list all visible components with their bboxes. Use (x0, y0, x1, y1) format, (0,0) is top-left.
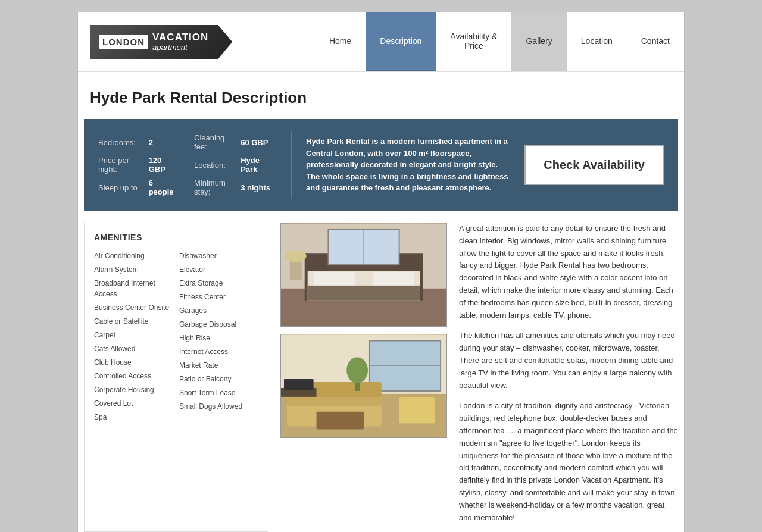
living-photo-svg (281, 334, 446, 438)
info-row-sleep: Sleep up to 6 people Minimum stay: 3 nig… (98, 176, 277, 199)
nav-location[interactable]: Location (567, 12, 627, 71)
info-details: Bedrooms: 2 Cleaning fee: 60 GBP Price p… (98, 131, 277, 199)
amenity-item: Controlled Access (94, 371, 173, 381)
page-title: Hyde Park Rental Description (90, 89, 672, 107)
amenity-item: Patio or Balcony (179, 374, 258, 384)
amenities-columns: Air ConditioningAlarm SystemBroadband In… (94, 251, 258, 423)
amenity-item: Garages (179, 305, 258, 316)
min-stay-label: Minimum stay: (182, 176, 241, 199)
amenity-item: Business Center Onsite (94, 302, 173, 313)
cleaning-value: 60 GBP (241, 131, 277, 154)
amenity-item: Air Conditioning (94, 251, 173, 261)
logo-box[interactable]: LONDON VACATION apartment (90, 25, 232, 59)
living-photo (280, 334, 447, 438)
amenity-item: Internet Access (179, 346, 258, 357)
amenity-item: Spa (94, 412, 173, 423)
amenity-item: Garbage Disposal (179, 319, 258, 330)
page-title-area: Hyde Park Rental Description (78, 72, 684, 119)
logo-vacation: VACATION (152, 32, 208, 43)
bedrooms-label: Bedrooms: (98, 131, 149, 154)
logo-area: LONDON VACATION apartment (78, 12, 280, 71)
main-content: AMENITIES Air ConditioningAlarm SystemBr… (78, 211, 684, 532)
amenity-item: High Rise (179, 333, 258, 343)
amenity-item: Extra Storage (179, 278, 258, 289)
info-panel: Bedrooms: 2 Cleaning fee: 60 GBP Price p… (84, 119, 678, 211)
amenities-col-2: DishwasherElevatorExtra StorageFitness C… (179, 251, 258, 423)
info-divider (291, 131, 292, 199)
svg-rect-22 (399, 397, 435, 424)
amenity-item: Alarm System (94, 264, 173, 275)
info-row-price: Price per night: 120 GBP Location: Hyde … (98, 154, 277, 176)
amenity-item: Dishwasher (179, 251, 258, 261)
description-text-panel: A great attention is paid to any detail … (459, 223, 678, 532)
amenity-item: Corporate Housing (94, 384, 173, 395)
nav-contact[interactable]: Contact (627, 12, 684, 71)
check-availability-button[interactable]: Check Availability (524, 145, 664, 185)
logo-london: LONDON (99, 35, 148, 49)
amenity-item: Covered Lot (94, 398, 173, 409)
amenity-item: Cable or Satellite (94, 316, 173, 327)
description-para1: A great attention is paid to any detail … (459, 223, 678, 321)
sleep-value: 6 people (149, 176, 182, 199)
svg-rect-21 (317, 412, 364, 430)
bedrooms-value: 2 (149, 131, 182, 154)
nav-description[interactable]: Description (366, 12, 436, 71)
sleep-label: Sleep up to (98, 176, 149, 199)
amenity-item: Club House (94, 357, 173, 368)
amenities-panel: AMENITIES Air ConditioningAlarm SystemBr… (84, 223, 268, 532)
location-label: Location: (182, 154, 241, 176)
location-value: Hyde Park (241, 154, 277, 176)
amenity-item: Short Term Lease (179, 387, 258, 398)
nav-home[interactable]: Home (315, 12, 366, 71)
amenities-col-1: Air ConditioningAlarm SystemBroadband In… (94, 251, 173, 423)
logo-text: VACATION apartment (152, 32, 208, 52)
info-desc-text: Hyde Park Rental is a modern furnished a… (306, 137, 508, 192)
amenity-item: Small Dogs Allowed (179, 401, 258, 412)
page-wrapper: LONDON VACATION apartment Home Descripti… (77, 12, 685, 532)
info-row-bedrooms: Bedrooms: 2 Cleaning fee: 60 GBP (98, 131, 277, 154)
amenity-item: Fitness Center (179, 292, 258, 302)
amenity-item: Broadband Internet Access (94, 278, 173, 299)
description-para3: London is a city of tradition, dignity a… (459, 400, 678, 524)
svg-point-9 (285, 250, 307, 262)
info-description: Hyde Park Rental is a modern furnished a… (306, 136, 513, 194)
nav-gallery[interactable]: Gallery (511, 12, 566, 71)
amenity-item: Cats Allowed (94, 343, 173, 354)
price-value: 120 GBP (149, 154, 182, 176)
amenities-title: AMENITIES (94, 233, 258, 242)
nav-availability-price[interactable]: Availability & Price (436, 12, 511, 71)
min-stay-value: 3 nights (241, 176, 277, 199)
svg-point-24 (346, 357, 368, 383)
info-table: Bedrooms: 2 Cleaning fee: 60 GBP Price p… (98, 131, 277, 199)
amenity-item: Market Rate (179, 360, 258, 371)
price-label: Price per night: (98, 154, 149, 176)
cleaning-label: Cleaning fee: (182, 131, 241, 154)
svg-rect-26 (284, 379, 314, 390)
photos-panel (280, 223, 447, 532)
nav-bar: LONDON VACATION apartment Home Descripti… (78, 12, 684, 72)
logo-apartment: apartment (152, 43, 208, 52)
svg-rect-7 (308, 286, 420, 301)
nav-links: Home Description Availability & Price Ga… (280, 12, 684, 71)
bedroom-photo (280, 223, 447, 327)
amenity-item: Elevator (179, 264, 258, 275)
bedroom-photo-svg (281, 223, 446, 327)
description-para2: The kitchen has all amenities and utensi… (459, 330, 678, 392)
amenity-item: Carpet (94, 330, 173, 340)
